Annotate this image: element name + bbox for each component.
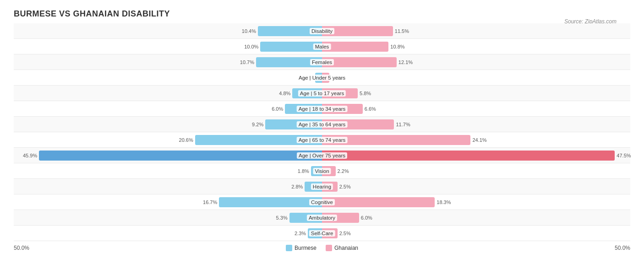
chart-area: Disability10.4%11.5%Males10.0%10.8%Femal… (14, 23, 630, 241)
bar-right-value: 12.1% (397, 59, 413, 65)
bar-right (322, 151, 615, 161)
bar-left-value: 20.6% (179, 137, 195, 143)
burmese-swatch (286, 245, 292, 251)
bar-right-value: 11.5% (393, 28, 409, 34)
bar-left-value: 1.8% (298, 168, 311, 174)
chart-row: Age | 18 to 34 years6.0%6.6% (14, 101, 630, 117)
chart-row: Females10.7%12.1% (14, 54, 630, 70)
bar-center-label: Age | Over 75 years (297, 152, 347, 159)
bar-right (322, 42, 388, 52)
chart-row: Cognitive16.7%18.3% (14, 194, 630, 210)
chart-row: Ambulatory5.3%6.0% (14, 210, 630, 226)
chart-title: BURMESE VS GHANAIAN DISABILITY (14, 9, 630, 19)
bar-left (39, 151, 322, 161)
bar-left-value: 10.0% (244, 44, 260, 49)
chart-row: Age | Under 5 years1.1%1.2% (14, 70, 630, 86)
bar-center-label: Cognitive (309, 199, 335, 205)
bar-container: Hearing2.8%2.5% (14, 182, 630, 192)
chart-row: Age | 65 to 74 years20.6%24.1% (14, 132, 630, 148)
bar-right-value: 18.3% (435, 199, 451, 205)
chart-footer: 50.0% Burmese Ghanaian 50.0% (14, 245, 630, 251)
chart-row: Age | Over 75 years45.9%47.5% (14, 148, 630, 163)
bar-container: Males10.0%10.8% (14, 42, 630, 52)
bar-center-label: Age | Under 5 years (297, 75, 347, 81)
bar-center-label: Hearing (311, 183, 333, 190)
bar-container: Disability10.4%11.5% (14, 26, 630, 36)
bar-center-label: Self-Care (309, 230, 335, 237)
bar-left-value: 16.7% (203, 199, 219, 205)
bar-right-value: 11.7% (394, 122, 410, 127)
chart-row: Males10.0%10.8% (14, 39, 630, 54)
bar-center-label: Females (310, 59, 334, 65)
bar-right-value: 5.8% (358, 91, 371, 96)
bar-center-label: Age | 65 to 74 years (297, 137, 348, 143)
chart-row: Self-Care2.3%2.5% (14, 226, 630, 241)
chart-row: Age | 5 to 17 years4.8%5.8% (14, 86, 630, 101)
bar-right-value: 2.5% (338, 184, 351, 189)
bar-container: Females10.7%12.1% (14, 57, 630, 67)
burmese-label: Burmese (295, 245, 317, 251)
bar-container: Age | 5 to 17 years4.8%5.8% (14, 88, 630, 98)
bar-right (322, 197, 435, 207)
ghanaian-swatch (326, 245, 332, 251)
chart-row: Vision1.8%2.2% (14, 163, 630, 179)
bar-center-label: Ambulatory (307, 215, 337, 221)
bar-center-label: Males (313, 43, 331, 50)
bar-right-value: 6.0% (359, 215, 372, 221)
bar-center-label: Age | 18 to 34 years (297, 106, 348, 112)
bar-center-label: Age | 5 to 17 years (298, 90, 346, 97)
chart-legend: Burmese Ghanaian (286, 245, 358, 251)
bar-container: Age | 18 to 34 years6.0%6.6% (14, 104, 630, 114)
bar-center-label: Disability (310, 28, 334, 34)
bar-left-value: 2.3% (295, 231, 308, 236)
ghanaian-label: Ghanaian (334, 245, 358, 251)
bar-container: Age | Over 75 years45.9%47.5% (14, 151, 630, 161)
bar-left-value: 10.4% (242, 28, 258, 34)
bar-container: Ambulatory5.3%6.0% (14, 213, 630, 223)
bar-right-value: 10.8% (388, 44, 404, 49)
bar-container: Vision1.8%2.2% (14, 166, 630, 176)
chart-row: Disability10.4%11.5% (14, 23, 630, 39)
bar-container: Age | 65 to 74 years20.6%24.1% (14, 135, 630, 145)
bar-left-value: 45.9% (23, 153, 39, 158)
bar-right-value: 2.2% (336, 168, 349, 174)
bar-left-value: 4.8% (279, 91, 292, 96)
bar-left-value: 6.0% (272, 106, 285, 112)
legend-burmese: Burmese (286, 245, 317, 251)
legend-ghanaian: Ghanaian (326, 245, 358, 251)
bar-left (219, 197, 322, 207)
bar-container: Cognitive16.7%18.3% (14, 197, 630, 207)
bar-container: Age | 35 to 64 years9.2%11.7% (14, 119, 630, 129)
bar-center-label: Vision (313, 168, 331, 174)
footer-right-value: 50.0% (615, 245, 630, 251)
bar-left-value: 5.3% (276, 215, 289, 221)
bar-center-label: Age | 35 to 64 years (297, 121, 348, 128)
chart-row: Age | 35 to 64 years9.2%11.7% (14, 117, 630, 132)
bar-right-value: 24.1% (470, 137, 486, 143)
footer-left-value: 50.0% (14, 245, 29, 251)
bar-left-value: 9.2% (252, 122, 265, 127)
bar-container: Self-Care2.3%2.5% (14, 228, 630, 238)
bar-left-value: 2.8% (291, 184, 305, 189)
bar-right-value: 6.6% (363, 106, 376, 112)
bar-container: Age | Under 5 years1.1%1.2% (14, 73, 630, 83)
chart-row: Hearing2.8%2.5% (14, 179, 630, 194)
bar-left-value: 10.7% (240, 59, 256, 65)
bar-right-value: 47.5% (615, 153, 631, 158)
bar-right-value: 2.5% (338, 231, 351, 236)
